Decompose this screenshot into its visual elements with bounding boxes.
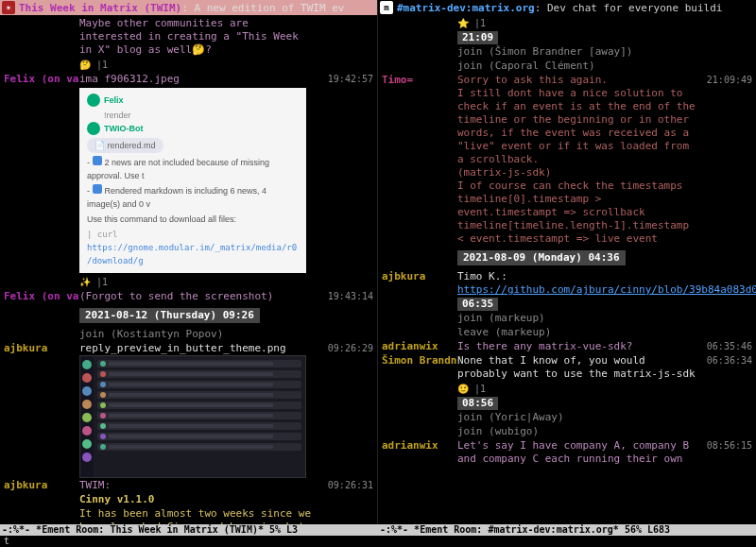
message-sender: ajbkura: [4, 342, 79, 478]
message-sender: Felix (on vaca: [4, 73, 79, 275]
message-sender: [382, 60, 457, 73]
message-row[interactable]: Timo= Sorry to ask this again.I still do…: [382, 74, 752, 246]
message-sender: Felix (on vaca: [4, 290, 79, 303]
left-modeline: -:%*- *Ement Room: This Week in Matrix (…: [0, 524, 378, 536]
message-time: 21:09:49: [699, 74, 752, 246]
message-body: join (wubigo): [457, 425, 699, 438]
right-modeline: -:%*- *Ement Room: #matrix-dev:matrix.or…: [378, 524, 756, 536]
minibuffer[interactable]: t: [0, 536, 756, 547]
message-body: Cinny v1.1.0: [79, 493, 320, 506]
message-row[interactable]: Maybe other communities are interested i…: [4, 17, 373, 72]
message-row[interactable]: join (markeup): [382, 312, 752, 325]
message-body: None that I know of, you would probably …: [457, 354, 699, 396]
message-row[interactable]: ajbkura Timo K.:https://github.com/ajbur…: [382, 270, 752, 297]
message-row[interactable]: leave (markeup): [382, 326, 752, 339]
message-sender: Timo=: [382, 74, 457, 246]
message-time: 19:43:14: [320, 290, 373, 303]
message-row[interactable]: Šimon Brandner None that I know of, you …: [382, 354, 752, 396]
left-room-title: This Week in Matrix (TWIM): [19, 2, 181, 14]
right-room-desc: : Dev chat for everyone buildi: [535, 2, 723, 14]
message-time: [699, 411, 752, 424]
message-time: [699, 425, 752, 438]
message-row[interactable]: adrianwix Let's say I have company A, co…: [382, 439, 752, 466]
right-room-title: #matrix-dev:matrix.org: [397, 2, 535, 14]
left-pane: ✶ This Week in Matrix (TWIM) : A new edi…: [0, 0, 378, 524]
message-sender: adrianwix: [382, 439, 457, 466]
right-room-header[interactable]: m #matrix-dev:matrix.org : Dev chat for …: [378, 0, 756, 15]
message-body: join (Yoric|Away): [457, 411, 699, 424]
time-badge: 06:35: [457, 298, 498, 311]
message-sender: [382, 312, 457, 325]
message-row[interactable]: join (Kostiantyn Popov): [4, 328, 373, 341]
message-sender: ajbkura: [382, 270, 457, 297]
message-time: [320, 493, 373, 506]
message-sender: [382, 425, 457, 438]
message-row[interactable]: adrianwix Is there any matrix-vue-sdk? 0…: [382, 340, 752, 353]
message-row[interactable]: Felix (on vaca ima f906312.jpeg Felix !r…: [4, 73, 373, 275]
message-sender: [382, 45, 457, 59]
message-body: ima f906312.jpeg Felix !render TWIO-Bot …: [79, 73, 320, 275]
modeline-row: -:%*- *Ement Room: This Week in Matrix (…: [0, 524, 756, 536]
left-room-desc: : A new edition of TWIM ev: [181, 2, 344, 14]
message-body: leave (markeup): [457, 326, 699, 339]
message-time: [320, 507, 373, 524]
message-time: [699, 326, 752, 339]
matrix-logo-icon: m: [380, 1, 393, 14]
message-row[interactable]: Cinny v1.1.0: [4, 493, 373, 506]
message-time: 09:26:31: [320, 479, 373, 492]
left-messages[interactable]: Maybe other communities are interested i…: [0, 15, 377, 524]
message-body: reply_preview_in_butter_theme.png: [79, 342, 320, 478]
message-row[interactable]: join (Šimon Brandner [away]): [382, 45, 752, 59]
date-badge: 2021-08-09 (Monday) 04:36: [457, 250, 626, 265]
message-link[interactable]: https://github.com/ajbura/cinny/blob/39b…: [457, 283, 756, 296]
message-time: [699, 45, 752, 59]
message-sender: [4, 17, 79, 72]
message-body: (Forgot to send the screenshot): [79, 290, 320, 303]
message-body: Sorry to ask this again.I still dont hav…: [457, 74, 699, 246]
time-badge: 08:56: [457, 397, 498, 410]
message-row[interactable]: Felix (on vaca (Forgot to send the scree…: [4, 290, 373, 303]
message-time: 06:35:46: [699, 340, 752, 353]
message-sender: [382, 411, 457, 424]
message-row[interactable]: join (Yoric|Away): [382, 411, 752, 424]
message-body: TWIM:: [79, 479, 320, 492]
reaction[interactable]: ✨ |1: [79, 277, 108, 287]
message-row[interactable]: join (Caporal Clément): [382, 60, 752, 73]
left-room-header[interactable]: ✶ This Week in Matrix (TWIM) : A new edi…: [0, 0, 377, 15]
message-time: [699, 60, 752, 73]
message-row[interactable]: join (wubigo): [382, 425, 752, 438]
matrix-room-icon: ✶: [2, 1, 15, 14]
message-row[interactable]: ajbkura reply_preview_in_butter_theme.pn…: [4, 342, 373, 478]
message-body: Is there any matrix-vue-sdk?: [457, 340, 699, 353]
message-time: 19:42:57: [320, 73, 373, 275]
embedded-screenshot: [79, 355, 306, 478]
message-sender: ajbkura: [4, 479, 79, 492]
message-row[interactable]: ajbkura TWIM: 09:26:31: [4, 479, 373, 492]
message-body: Let's say I have company A, company B an…: [457, 439, 699, 466]
message-time: [699, 312, 752, 325]
message-sender: [382, 326, 457, 339]
message-body: join (Caporal Clément): [457, 60, 699, 73]
message-time: 06:36:34: [699, 354, 752, 396]
message-time: 08:56:15: [699, 439, 752, 466]
message-sender: Šimon Brandner: [382, 354, 457, 396]
message-time: [320, 17, 373, 72]
message-body: join (Šimon Brandner [away]): [457, 45, 699, 59]
time-badge: 21:09: [457, 31, 498, 44]
date-badge: 2021-08-12 (Thursday) 09:26: [79, 308, 260, 323]
message-body: join (Kostiantyn Popov): [79, 328, 320, 341]
reaction[interactable]: ⭐ |1: [457, 18, 486, 28]
message-body: Timo K.:https://github.com/ajbura/cinny/…: [457, 270, 756, 297]
right-messages[interactable]: ⭐ |121:09 join (Šimon Brandner [away]) j…: [378, 15, 756, 524]
message-body: It has been almost two weeks since we ha…: [79, 507, 320, 524]
message-sender: adrianwix: [382, 340, 457, 353]
message-row[interactable]: It has been almost two weeks since we ha…: [4, 507, 373, 524]
message-sender: [4, 507, 79, 524]
message-time: [320, 328, 373, 341]
message-sender: [4, 328, 79, 341]
right-pane: m #matrix-dev:matrix.org : Dev chat for …: [378, 0, 756, 524]
reaction[interactable]: 🙂 |1: [457, 383, 696, 396]
message-body: Maybe other communities are interested i…: [79, 17, 320, 72]
reaction[interactable]: 🤔 |1: [79, 59, 317, 72]
message-sender: [4, 493, 79, 506]
